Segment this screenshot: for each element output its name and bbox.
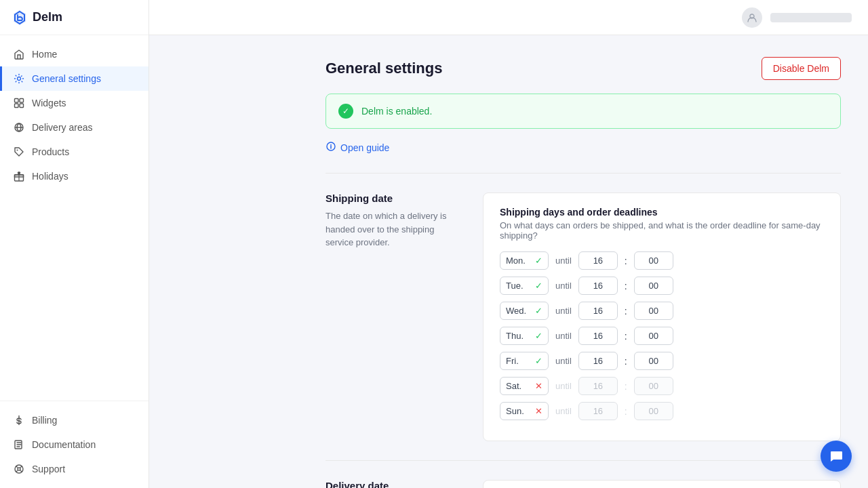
user-name-bar [770, 13, 852, 22]
sidebar-item-products-label: Products [32, 146, 69, 157]
main-content: General settings Disable Delm ✓ Delm is … [298, 35, 868, 488]
gift-icon [13, 170, 25, 182]
alert-message: Delm is enabled. [361, 106, 432, 117]
page-title: General settings [326, 60, 442, 77]
day-cross-sat: ✕ [535, 381, 542, 391]
shipping-date-content: Shipping days and order deadlines On wha… [483, 192, 841, 441]
day-cross-sun: ✕ [535, 406, 542, 416]
disable-delm-button[interactable]: Disable Delm [762, 57, 841, 80]
until-label-wed: until [555, 306, 572, 316]
day-label-thu: Thu. [506, 331, 524, 341]
svg-point-0 [18, 77, 21, 81]
guide-icon [326, 141, 336, 154]
day-row-tue: Tue. ✓ until 16 : 00 [500, 277, 824, 295]
sidebar-item-billing-label: Billing [32, 415, 57, 426]
hour-select-fri[interactable]: 16 [578, 352, 618, 370]
alert-check-icon: ✓ [338, 104, 353, 119]
chat-button[interactable] [821, 441, 852, 472]
day-row-sun: Sun. ✕ until 16 : 00 [500, 402, 824, 420]
day-button-fri[interactable]: Fri. ✓ [500, 352, 549, 370]
delivery-date-heading: Delivery date [326, 480, 461, 488]
colon-tue: : [625, 281, 627, 291]
sidebar-item-products[interactable]: Products [0, 140, 149, 164]
minute-select-fri[interactable]: 00 [634, 352, 673, 370]
widget-icon [13, 97, 25, 109]
day-check-mon: ✓ [535, 256, 542, 266]
until-label-sun: until [555, 406, 572, 416]
page-header: General settings Disable Delm [326, 57, 841, 80]
gear-icon [13, 73, 25, 85]
sidebar-item-delivery-areas-label: Delivery areas [32, 122, 92, 133]
hour-select-sun: 16 [578, 402, 618, 420]
sidebar-item-home[interactable]: Home [0, 42, 149, 66]
sidebar-nav: Home General settings Widgets Delivery a… [0, 35, 149, 401]
day-check-wed: ✓ [535, 306, 542, 316]
svg-rect-3 [15, 104, 19, 108]
minute-select-sat: 00 [634, 377, 673, 395]
delivery-date-content: Require customer location match Display … [483, 480, 841, 488]
sidebar-item-billing[interactable]: Billing [0, 408, 149, 432]
until-label-thu: until [555, 331, 572, 341]
dollar-icon [13, 414, 25, 426]
minute-select-thu[interactable]: 00 [634, 327, 673, 345]
svg-point-9 [18, 468, 20, 470]
brand-name: Delm [33, 10, 62, 24]
colon-sat: : [625, 381, 627, 392]
minute-select-sun: 00 [634, 402, 673, 420]
minute-select-mon[interactable]: 00 [634, 251, 673, 270]
sidebar-item-general-settings[interactable]: General settings [0, 66, 149, 91]
day-row-mon: Mon. ✓ until 16 : 00 [500, 251, 824, 270]
day-button-sun[interactable]: Sun. ✕ [500, 402, 549, 420]
minute-select-tue[interactable]: 00 [634, 277, 673, 295]
shipping-days-card: Shipping days and order deadlines On wha… [483, 192, 841, 441]
svg-rect-2 [20, 99, 24, 103]
sidebar-item-delivery-areas[interactable]: Delivery areas [0, 115, 149, 140]
day-button-wed[interactable]: Wed. ✓ [500, 302, 549, 320]
shipping-days-card-title: Shipping days and order deadlines [500, 207, 824, 218]
sidebar-item-widgets[interactable]: Widgets [0, 91, 149, 115]
sidebar-item-documentation[interactable]: Documentation [0, 432, 149, 457]
logo: Delm [0, 0, 149, 35]
day-row-sat: Sat. ✕ until 16 : 00 [500, 377, 824, 395]
hour-select-thu[interactable]: 16 [578, 327, 618, 345]
user-avatar [742, 7, 762, 28]
day-row-wed: Wed. ✓ until 16 : 00 [500, 302, 824, 320]
sidebar-item-home-label: Home [32, 49, 57, 60]
day-label-fri: Fri. [506, 356, 519, 366]
sidebar-item-holidays[interactable]: Holidays [0, 164, 149, 188]
until-label-fri: until [555, 356, 572, 366]
shipping-date-heading: Shipping date [326, 192, 461, 204]
hour-select-tue[interactable]: 16 [578, 277, 618, 295]
support-icon [13, 463, 25, 475]
colon-wed: : [625, 306, 627, 317]
shipping-date-description: The date on which a delivery is handed o… [326, 209, 461, 249]
day-button-sat[interactable]: Sat. ✕ [500, 377, 549, 395]
day-label-tue: Tue. [506, 281, 524, 291]
open-guide-link[interactable]: Open guide [326, 141, 841, 154]
sidebar-item-widgets-label: Widgets [32, 98, 66, 108]
sidebar: Delm Home General settings Widgets [0, 0, 149, 488]
day-button-thu[interactable]: Thu. ✓ [500, 327, 549, 345]
shipping-date-section: Shipping date The date on which a delive… [326, 173, 841, 460]
topbar [149, 0, 868, 35]
day-button-mon[interactable]: Mon. ✓ [500, 251, 549, 270]
home-icon [13, 48, 25, 60]
svg-point-6 [17, 150, 18, 151]
svg-rect-1 [15, 99, 19, 103]
hour-select-mon[interactable]: 16 [578, 251, 618, 270]
day-button-tue[interactable]: Tue. ✓ [500, 277, 549, 295]
minute-select-wed[interactable]: 00 [634, 302, 673, 320]
hour-select-wed[interactable]: 16 [578, 302, 618, 320]
shipping-days-card-subtitle: On what days can orders be shipped, and … [500, 220, 824, 241]
delivery-date-label: Delivery date The date on which a delive… [326, 480, 461, 488]
sidebar-item-support-label: Support [32, 464, 65, 474]
success-alert: ✓ Delm is enabled. [326, 94, 841, 129]
globe-icon [13, 121, 25, 134]
sidebar-item-general-settings-label: General settings [32, 73, 101, 84]
tag-icon [13, 146, 25, 158]
shipping-date-label: Shipping date The date on which a delive… [326, 192, 461, 441]
sidebar-item-support[interactable]: Support [0, 457, 149, 481]
sidebar-bottom: Billing Documentation Support [0, 401, 149, 488]
day-label-mon: Mon. [506, 256, 526, 266]
day-label-wed: Wed. [506, 306, 526, 316]
